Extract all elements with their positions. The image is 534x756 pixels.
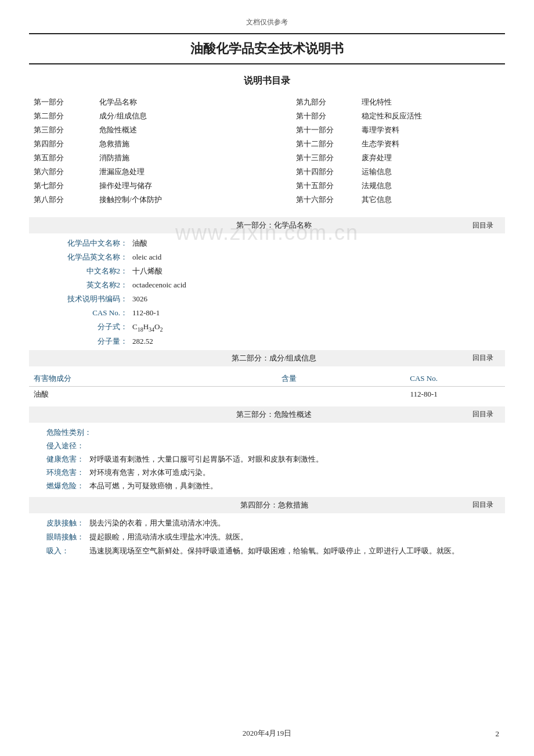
toc-num-left: 第五部分 bbox=[29, 151, 95, 165]
section4-back[interactable]: 回目录 bbox=[472, 500, 493, 510]
field-row: 化学品中文名称：油酸 bbox=[29, 238, 505, 249]
toc-item-right: 毒理学资料 bbox=[357, 123, 505, 137]
hazard-label: 环境危害： bbox=[46, 467, 87, 478]
field-row: CAS No.：112-80-1 bbox=[29, 308, 505, 318]
component-cell: 油酸 bbox=[29, 386, 236, 402]
field-row: 分子量：282.52 bbox=[29, 336, 505, 347]
doc-reference: 文档仅供参考 bbox=[29, 17, 505, 27]
field-row: 中文名称2：十八烯酸 bbox=[29, 266, 505, 276]
toc-item-right: 法规信息 bbox=[357, 179, 505, 193]
first-aid-label: 皮肤接触： bbox=[46, 518, 87, 528]
toc-num-left: 第一部分 bbox=[29, 95, 95, 109]
field-label: 化学品英文名称： bbox=[46, 252, 128, 262]
toc-num-left: 第六部分 bbox=[29, 165, 95, 179]
section3-header: 第三部分：危险性概述 回目录 bbox=[29, 406, 505, 423]
hazard-value: 对呼吸道有刺激性，大量口服可引起胃肠不适。对眼和皮肤有刺激性。 bbox=[89, 454, 323, 465]
hazard-value: 对环境有危害，对水体可造成污染。 bbox=[89, 467, 210, 478]
first-aid-row: 皮肤接触：脱去污染的衣着，用大量流动清水冲洗。 bbox=[46, 518, 505, 528]
toc-item-left: 接触控制/个体防护 bbox=[95, 193, 242, 207]
toc-num-right: 第十五部分 bbox=[291, 179, 357, 193]
field-label: 英文名称2： bbox=[46, 280, 128, 290]
section2-back[interactable]: 回目录 bbox=[472, 353, 493, 363]
toc-item-left: 化学品名称 bbox=[95, 95, 242, 109]
hazard-label: 健康危害： bbox=[46, 454, 87, 465]
first-aid-value: 提起眼睑，用流动清水或生理盐水冲洗。就医。 bbox=[89, 532, 505, 542]
toc-num-right: 第十六部分 bbox=[291, 193, 357, 207]
section4-fields: 皮肤接触：脱去污染的衣着，用大量流动清水冲洗。眼睛接触：提起眼睑，用流动清水或生… bbox=[29, 518, 505, 556]
field-row: 英文名称2：octadecenoic acid bbox=[29, 280, 505, 290]
hazard-row: 健康危害：对呼吸道有刺激性，大量口服可引起胃肠不适。对眼和皮肤有刺激性。 bbox=[46, 454, 505, 465]
toc-item-left: 消防措施 bbox=[95, 151, 242, 165]
component-cell bbox=[236, 386, 342, 402]
page-number: 2 bbox=[496, 729, 500, 739]
component-cell: 112-80-1 bbox=[342, 386, 505, 402]
field-label: 分子量： bbox=[46, 336, 128, 347]
hazard-label: 燃爆危险： bbox=[46, 481, 87, 491]
section1-header: 第一部分：化学品名称 回目录 bbox=[29, 217, 505, 233]
toc-item-left: 操作处理与储存 bbox=[95, 179, 242, 193]
toc-num-right: 第十三部分 bbox=[291, 151, 357, 165]
hazard-row: 环境危害：对环境有危害，对水体可造成污染。 bbox=[46, 467, 505, 478]
toc-num-left: 第三部分 bbox=[29, 123, 95, 137]
section4-title: 第四部分：急救措施 bbox=[75, 500, 472, 510]
section2-header: 第二部分：成分/组成信息 回目录 bbox=[29, 350, 505, 366]
field-value: 3026 bbox=[132, 294, 147, 304]
field-row: 化学品英文名称：oleic acid bbox=[29, 252, 505, 262]
toc-num-left: 第二部分 bbox=[29, 109, 95, 123]
toc-num-right: 第十部分 bbox=[291, 109, 357, 123]
main-title: 油酸化学品安全技术说明书 bbox=[29, 33, 505, 64]
section2-table-wrapper: 有害物成分含量CAS No. 油酸112-80-1 bbox=[29, 371, 505, 402]
section4-header: 第四部分：急救措施 回目录 bbox=[29, 497, 505, 513]
field-value: 112-80-1 bbox=[132, 308, 160, 318]
toc-num-left: 第八部分 bbox=[29, 193, 95, 207]
section3-back[interactable]: 回目录 bbox=[472, 409, 493, 419]
field-label: 分子式： bbox=[46, 322, 128, 332]
field-row: 分子式：C18H34O2 bbox=[29, 322, 505, 333]
hazard-label: 危险性类别： bbox=[46, 427, 92, 438]
field-row: 技术说明书编码：3026 bbox=[29, 294, 505, 304]
field-label: 技术说明书编码： bbox=[46, 294, 128, 304]
component-col-header: 有害物成分 bbox=[29, 371, 236, 387]
section1-fields: 化学品中文名称：油酸化学品英文名称：oleic acid中文名称2：十八烯酸英文… bbox=[29, 238, 505, 347]
page-footer: 2020年4月19日 bbox=[0, 728, 534, 739]
first-aid-row: 吸入：迅速脱离现场至空气新鲜处。保持呼吸道通畅。如呼吸困难，给输氧。如呼吸停止，… bbox=[46, 546, 505, 556]
field-value: octadecenoic acid bbox=[132, 280, 186, 290]
hazard-value: 本品可燃，为可疑致癌物，具刺激性。 bbox=[89, 481, 218, 491]
toc-item-left: 危险性概述 bbox=[95, 123, 242, 137]
toc-num-right: 第九部分 bbox=[291, 95, 357, 109]
field-value: 油酸 bbox=[132, 238, 147, 249]
document-page: 文档仅供参考 油酸化学品安全技术说明书 说明书目录 第一部分化学品名称第九部分理… bbox=[0, 0, 534, 756]
field-value: C18H34O2 bbox=[132, 322, 163, 333]
toc-item-right: 生态学资料 bbox=[357, 137, 505, 151]
field-value: 282.52 bbox=[132, 337, 153, 346]
section3-title: 第三部分：危险性概述 bbox=[75, 409, 472, 420]
section2-title: 第二部分：成分/组成信息 bbox=[75, 353, 472, 363]
component-col-header: 含量 bbox=[236, 371, 342, 387]
first-aid-row: 眼睛接触：提起眼睑，用流动清水或生理盐水冲洗。就医。 bbox=[46, 532, 505, 542]
field-value: 十八烯酸 bbox=[132, 266, 163, 276]
section1-back[interactable]: 回目录 bbox=[472, 221, 493, 231]
first-aid-value: 迅速脱离现场至空气新鲜处。保持呼吸道通畅。如呼吸困难，给输氧。如呼吸停止，立即进… bbox=[89, 546, 505, 556]
toc-num-right: 第十四部分 bbox=[291, 165, 357, 179]
toc-title: 说明书目录 bbox=[29, 75, 505, 87]
field-label: CAS No.： bbox=[46, 308, 128, 318]
component-table: 有害物成分含量CAS No. 油酸112-80-1 bbox=[29, 371, 505, 402]
hazard-label: 侵入途径： bbox=[46, 441, 87, 451]
hazard-row: 燃爆危险：本品可燃，为可疑致癌物，具刺激性。 bbox=[46, 481, 505, 491]
toc-table: 第一部分化学品名称第九部分理化特性第二部分成分/组成信息第十部分稳定性和反应活性… bbox=[29, 95, 505, 207]
first-aid-label: 眼睛接触： bbox=[46, 532, 87, 542]
field-label: 化学品中文名称： bbox=[46, 238, 128, 249]
toc-item-right: 运输信息 bbox=[357, 165, 505, 179]
toc-num-left: 第七部分 bbox=[29, 179, 95, 193]
section1-title: 第一部分：化学品名称 bbox=[75, 220, 472, 231]
first-aid-value: 脱去污染的衣着，用大量流动清水冲洗。 bbox=[89, 518, 505, 528]
field-value: oleic acid bbox=[132, 253, 161, 262]
toc-num-left: 第四部分 bbox=[29, 137, 95, 151]
toc-item-right: 稳定性和反应活性 bbox=[357, 109, 505, 123]
toc-item-left: 泄漏应急处理 bbox=[95, 165, 242, 179]
toc-item-left: 成分/组成信息 bbox=[95, 109, 242, 123]
toc-num-right: 第十二部分 bbox=[291, 137, 357, 151]
section3-fields: 危险性类别：侵入途径：健康危害：对呼吸道有刺激性，大量口服可引起胃肠不适。对眼和… bbox=[29, 427, 505, 491]
hazard-row: 危险性类别： bbox=[46, 427, 505, 438]
toc-item-right: 理化特性 bbox=[357, 95, 505, 109]
